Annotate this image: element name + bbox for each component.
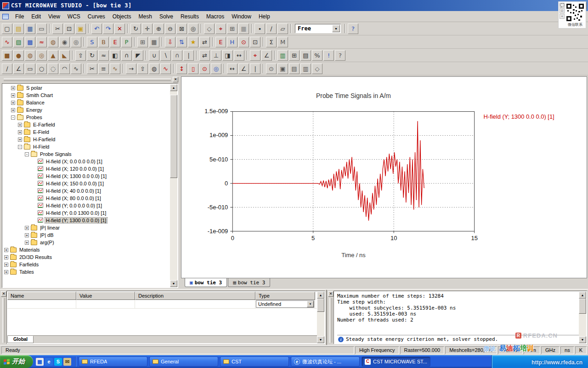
menu-curves[interactable]: Curves [84,12,109,21]
plot-1d-button[interactable]: ∿ [2,37,12,47]
material-library-button[interactable]: ▥ [277,50,288,61]
tree-item[interactable]: -Probe Signals [3,150,170,158]
tree-item[interactable]: +H-field (X; 150 0.0 0.0) [1] [3,180,170,187]
balance-plot-button[interactable]: B [98,37,109,47]
properties-button[interactable]: ? [335,50,345,61]
message-dock-close-icon[interactable]: ✕ [328,291,334,297]
doc-tab-1[interactable]: ▣bow tie 3 [185,278,227,287]
message-scrollbar[interactable]: ▲▼ [579,292,586,343]
redo-button[interactable]: ↷ [103,23,113,34]
column-header-type[interactable]: Type [255,292,315,300]
wire-button[interactable]: ∿ [160,63,171,74]
parameter-dock-close-icon[interactable]: ✕ [1,291,6,297]
scroll-thumb[interactable] [317,299,324,312]
scroll-down-icon[interactable]: ▼ [317,336,324,343]
menu-wcs[interactable]: WCS [64,12,84,21]
task-button-4[interactable]: e微波仿真论坛 - ... [291,356,360,367]
boolean-intersect-button[interactable]: ∩ [172,50,182,61]
translate-button[interactable]: ↔ [234,50,244,61]
expand-icon[interactable]: + [11,108,15,112]
curve-3d-button[interactable]: ∿ [110,63,120,74]
tree-item[interactable]: +Smith Chart [3,92,170,99]
parameter-cell[interactable]: Undefined▼ [255,300,315,308]
align-button[interactable]: ⊥ [211,50,221,61]
scroll-thumb[interactable] [170,95,177,178]
collapse-icon[interactable]: - [11,115,15,120]
optimizer-button[interactable]: ★ [188,37,198,47]
view-iso-button[interactable]: ◇ [312,63,322,74]
trim-curve-button[interactable]: ✂ [87,63,97,74]
expand-icon[interactable]: + [18,138,22,142]
energy-plot-button[interactable]: E [110,37,120,47]
solver-setup-button[interactable]: ⇅ [176,37,187,47]
tree-item[interactable]: +H-field (X; 80 0.0 0.0) [1] [3,195,170,202]
lumped-element-button[interactable]: ⊡ [250,37,260,47]
tree-item[interactable]: +Materials [3,246,170,253]
quicklaunch-show-desktop-icon[interactable]: ▦ [36,358,44,366]
animate-fields-button[interactable]: ≈ [36,37,47,47]
cone-button[interactable]: ▲ [48,50,58,61]
transform-button[interactable]: ⇄ [199,50,210,61]
line-curve-button[interactable]: ∕ [2,63,12,74]
tree-item[interactable]: +Energy [3,106,170,114]
expand-icon[interactable]: + [18,123,22,127]
tree-item[interactable]: +Tables [3,268,170,276]
run-solver-button[interactable]: ⇩ [165,37,175,47]
torus-button[interactable]: ◎ [36,50,47,61]
chart-window[interactable]: 0510151.5e-0091e-0095e-0100-5e-010-1e-00… [181,76,587,278]
snap-grid-button[interactable]: ⊙ [266,63,277,74]
history-list-button[interactable]: ▤ [300,50,311,61]
slice-by-plane-button[interactable]: ∣ [183,50,194,61]
measure-distance-button[interactable]: ↔ [227,63,237,74]
solver-mode-combo[interactable]: Free▼ [295,24,341,33]
menu-edit[interactable]: Edit [28,12,45,21]
expand-icon[interactable]: + [11,93,15,98]
expand-icon[interactable]: + [25,233,29,237]
undo-button[interactable]: ↶ [91,23,102,34]
expand-icon[interactable]: + [4,248,8,252]
copy-button[interactable]: ⊡ [64,23,74,34]
parameter-scrollbar[interactable]: ▲▼ [317,292,324,343]
rotate-view-button[interactable]: ↻ [130,23,141,34]
expand-icon[interactable]: + [4,270,8,274]
column-header-value[interactable]: Value [76,292,135,300]
tree-item[interactable]: +H-field (Y; 0.0 1300 0.0) [1] [3,209,170,217]
cut-button[interactable]: ✂ [52,23,63,34]
scroll-track[interactable] [170,91,177,280]
field-monitor-button[interactable]: ◎ [211,63,221,74]
workplane-toggle-button[interactable]: ▦ [238,23,249,34]
view-left-button[interactable]: ▥ [300,63,311,74]
scroll-track[interactable] [317,299,324,336]
save-button[interactable]: ▦ [25,23,35,34]
tree-item[interactable]: +Farfields [3,261,170,268]
sweep-curve-button[interactable]: → [126,63,136,74]
chevron-down-icon[interactable]: ▼ [307,301,314,307]
expand-icon[interactable]: + [18,130,22,134]
extrude-button[interactable]: ⇧ [75,50,86,61]
tree-item[interactable]: +S polar [3,84,170,92]
open-file-button[interactable]: ▤ [13,23,24,34]
mesh-view-button[interactable]: ⊞ [137,37,148,47]
tree-item[interactable]: +H-field (Y; 1300 0.0 0.0) [1] [3,217,170,224]
rectangle-curve-button[interactable]: ▭ [25,63,35,74]
circle-curve-button[interactable]: ○ [36,63,47,74]
chevron-down-icon[interactable]: ▼ [332,25,340,32]
scroll-thumb[interactable] [579,299,586,314]
help-button[interactable]: ? [348,23,358,34]
scroll-down-icon[interactable]: ▼ [170,280,177,287]
group-items-button[interactable]: ⊞ [289,50,300,61]
rotate-solid-button[interactable]: ↻ [87,50,97,61]
axes-toggle-button[interactable]: ⌖ [215,23,226,34]
quicklaunch-skype-icon[interactable]: S [54,358,62,366]
chamfer-edges-button[interactable]: ◤ [133,50,143,61]
macro-editor-button[interactable]: M [277,37,288,47]
collapse-icon[interactable]: - [18,145,22,149]
plot-3d-button[interactable]: ▩ [25,37,35,47]
brick-button[interactable]: ■ [2,50,12,61]
zoom-in-button[interactable]: ⊕ [153,23,164,34]
tree-item[interactable]: +|P| linear [3,224,170,231]
menu-objects[interactable]: Objects [109,12,135,21]
s-parameters-button[interactable]: S [87,37,97,47]
discrete-port-button[interactable]: ↕ [176,63,187,74]
wireframe-view-button[interactable]: ◇ [204,23,215,34]
